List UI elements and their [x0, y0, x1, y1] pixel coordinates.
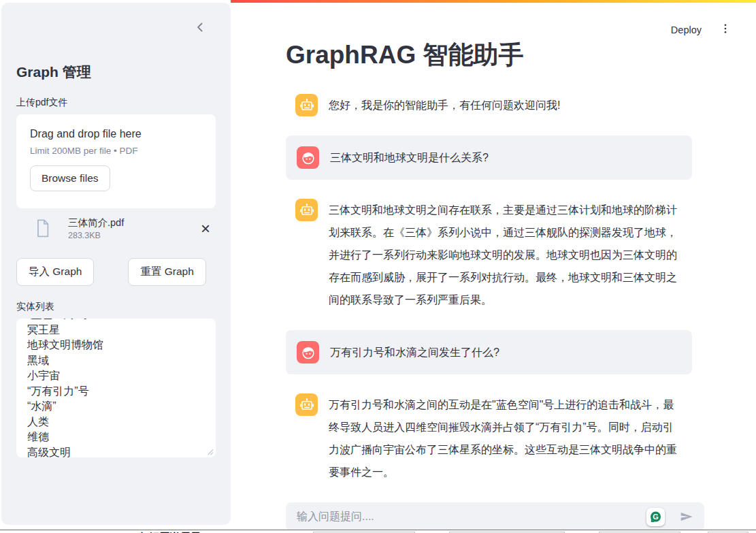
entity-item: 地球文明博物馆 — [27, 338, 205, 353]
entity-list: “蓝色空间”号冥王星地球文明博物馆黑域小宇宙“万有引力”号“水滴”人类维德高级文… — [27, 319, 205, 457]
chat-message-assistant: 您好，我是你的智能助手，有任何问题欢迎问我! — [286, 91, 692, 119]
chevron-left-icon — [195, 22, 205, 33]
user-avatar — [297, 341, 319, 364]
status-decoration-bar — [231, 0, 756, 3]
chat-message-user: 万有引力号和水滴之间发生了什么? — [286, 330, 692, 374]
chat-message-text: 您好，我是你的智能助手，有任何问题欢迎问我! — [329, 94, 560, 116]
chat-message-text: 万有引力号和水滴之间发生了什么? — [330, 341, 499, 364]
sidebar-collapse-button[interactable] — [194, 20, 206, 36]
entity-item: 人类 — [27, 415, 205, 430]
entity-item: 维德 — [27, 430, 205, 445]
assistant-avatar — [295, 199, 318, 221]
entity-item: 高级文明 — [27, 445, 205, 458]
page-title: GraphRAG 智能助手 — [286, 38, 704, 72]
uploaded-file-size: 283.3KB — [68, 231, 124, 240]
entity-item: “水滴” — [27, 399, 205, 415]
user-face-icon — [301, 345, 316, 360]
entity-item: 冥王星 — [27, 323, 205, 338]
entity-item: 黑域 — [27, 353, 205, 369]
sidebar-heading: Graph 管理 — [16, 63, 216, 82]
send-button[interactable] — [678, 509, 695, 524]
chat-input-container: G — [286, 502, 704, 531]
chat-message-text: 万有引力号和水滴之间的互动是在"蓝色空间"号上进行的追击和战斗，最终导致人员进入… — [329, 393, 683, 483]
dropzone-limit-text: Limit 200MB per file • PDF — [30, 146, 202, 156]
user-face-icon — [301, 150, 316, 165]
reset-graph-button[interactable]: 重置 Graph — [128, 258, 206, 286]
chat-message-assistant: 三体文明和地球文明之间存在联系，主要是通过三体计划和地球的阶梯计划来联系。在《三… — [286, 196, 692, 314]
main-content: GraphRAG 智能助手 您好，我是你的智能助手，有任何问题欢迎问我!三体文明… — [286, 38, 704, 531]
app-toolbar: Deploy — [671, 20, 733, 39]
background-page-edge: 知识图谱展示 — [0, 530, 756, 533]
resize-handle-icon[interactable] — [206, 448, 214, 455]
upload-label: 上传pdf文件 — [16, 97, 216, 109]
svg-text:G: G — [653, 513, 659, 521]
chat-input[interactable] — [297, 511, 646, 523]
uploaded-file-row: 三体简介.pdf 283.3KB × — [16, 215, 216, 242]
assistant-avatar — [295, 94, 318, 116]
robot-icon — [299, 98, 314, 113]
kebab-menu-icon — [719, 22, 732, 35]
sidebar: Graph 管理 上传pdf文件 Drag and drop file here… — [1, 3, 231, 525]
assistant-avatar — [295, 393, 318, 416]
file-uploader-dropzone[interactable]: Drag and drop file here Limit 200MB per … — [16, 114, 216, 208]
entity-list-label: 实体列表 — [16, 301, 216, 313]
entity-item: “万有引力”号 — [27, 384, 205, 400]
overflow-menu-button[interactable] — [718, 20, 733, 39]
robot-icon — [299, 398, 314, 413]
user-avatar — [297, 146, 319, 169]
browse-files-button[interactable]: Browse files — [30, 165, 110, 191]
import-graph-button[interactable]: 导入 Graph — [16, 258, 94, 286]
entity-list-box[interactable]: “蓝色空间”号冥王星地球文明博物馆黑域小宇宙“万有引力”号“水滴”人类维德高级文… — [16, 319, 216, 457]
grammarly-icon[interactable]: G — [646, 508, 665, 526]
dropzone-instruction: Drag and drop file here — [30, 128, 202, 140]
chat-messages: 您好，我是你的智能助手，有任何问题欢迎问我!三体文明和地球文明是什么关系?三体文… — [286, 91, 692, 486]
remove-file-button[interactable]: × — [198, 221, 213, 237]
robot-icon — [299, 203, 314, 218]
send-icon — [678, 509, 695, 524]
chat-message-text: 三体文明和地球文明是什么关系? — [330, 146, 489, 169]
uploaded-file-name: 三体简介.pdf — [68, 216, 124, 229]
chat-message-text: 三体文明和地球文明之间存在联系，主要是通过三体计划和地球的阶梯计划来联系。在《三… — [329, 199, 683, 311]
chat-message-assistant: 万有引力号和水滴之间的互动是在"蓝色空间"号上进行的追击和战斗，最终导致人员进入… — [286, 391, 692, 486]
entity-item: 小宇宙 — [27, 368, 205, 384]
deploy-button[interactable]: Deploy — [671, 25, 702, 35]
chat-message-user: 三体文明和地球文明是什么关系? — [286, 135, 692, 180]
file-icon — [34, 218, 52, 239]
